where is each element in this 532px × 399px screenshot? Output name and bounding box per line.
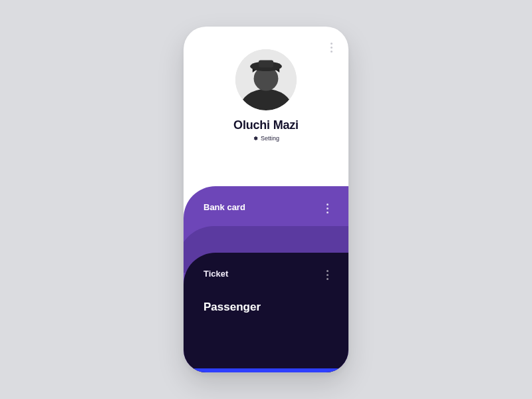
cards-stack: Bank card Ticket Passenger [184,186,348,372]
ticket-overflow-menu[interactable] [323,269,332,281]
passenger-heading: Passenger [203,301,261,314]
bank-card-title: Bank card [203,202,245,212]
phone-frame: Oluchi Mazi Setting Bank card Ticket Pas… [184,27,348,372]
profile-section: Oluchi Mazi Setting [184,27,348,142]
avatar-image [235,49,297,110]
svg-rect-5 [259,61,273,68]
settings-label: Setting [261,135,279,142]
top-overflow-menu[interactable] [327,39,336,57]
settings-link[interactable]: Setting [253,135,279,142]
avatar[interactable] [235,49,297,110]
ticket-panel[interactable]: Ticket Passenger [184,253,348,372]
bottom-accent-bar [184,368,348,372]
gear-icon [253,136,258,141]
bank-card-overflow-menu[interactable] [323,202,332,215]
ticket-title: Ticket [203,269,228,279]
profile-name: Oluchi Mazi [233,118,299,132]
